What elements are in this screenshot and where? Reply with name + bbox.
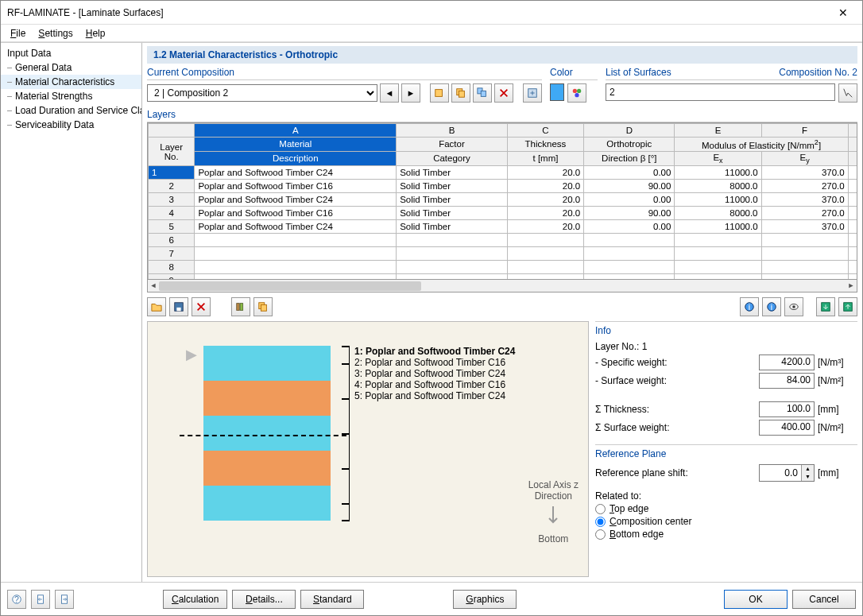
total-thickness-value: 100.0: [759, 401, 815, 417]
copy-composition-button[interactable]: [451, 83, 470, 103]
menu-help[interactable]: Help: [79, 26, 112, 41]
table-row[interactable]: 6: [149, 234, 858, 247]
export-excel-button[interactable]: [838, 297, 857, 316]
calculation-button[interactable]: Calculation: [163, 590, 227, 609]
layers-label: Layers: [147, 109, 857, 122]
table-row[interactable]: 2Poplar and Softwood Timber C16Solid Tim…: [149, 180, 858, 193]
radio-composition-center[interactable]: Composition center: [595, 516, 857, 527]
layer-preview: ▶: [147, 321, 589, 577]
svg-rect-10: [176, 308, 180, 311]
next-composition-button[interactable]: ►: [401, 83, 420, 103]
help-button[interactable]: ?: [7, 590, 26, 609]
preview-label: 1: Poplar and Softwood Timber C24: [354, 346, 515, 357]
svg-rect-11: [237, 304, 240, 311]
svg-point-20: [792, 305, 795, 308]
app-window: RF-LAMINATE - [Laminate Surfaces] ✕ File…: [0, 0, 863, 616]
down-arrow-icon: [548, 505, 559, 529]
menu-file[interactable]: File: [4, 26, 32, 41]
reference-shift-stepper[interactable]: ▲▼: [759, 464, 815, 482]
delete-composition-button[interactable]: [494, 83, 513, 103]
table-row[interactable]: 7: [149, 247, 858, 261]
surface-weight-value: 84.00: [759, 373, 815, 389]
svg-point-6: [573, 89, 577, 93]
svg-text:i: i: [749, 302, 750, 312]
copy-all-button[interactable]: [473, 83, 492, 103]
details-button[interactable]: Details...: [232, 590, 296, 609]
prev-page-button[interactable]: [31, 590, 50, 609]
radio-bottom-edge[interactable]: Bottom edge: [595, 529, 857, 540]
save-button[interactable]: [169, 297, 188, 316]
preview-label: 5: Poplar and Softwood Timber C24: [354, 390, 515, 401]
sidebar-item-general-data[interactable]: General Data: [1, 60, 141, 75]
next-page-button[interactable]: [55, 590, 74, 609]
menu-settings[interactable]: Settings: [32, 26, 79, 41]
menubar: File Settings Help: [1, 25, 862, 42]
view-button[interactable]: [784, 297, 803, 316]
specific-weight-value: 4200.0: [759, 354, 815, 370]
color-label: Color: [550, 67, 598, 80]
sidebar-item-material-strengths[interactable]: Material Strengths: [1, 89, 141, 103]
ok-button[interactable]: OK: [724, 590, 788, 609]
import-excel-button[interactable]: [816, 297, 835, 316]
grid-hscrollbar[interactable]: ◄ ►: [147, 280, 857, 293]
pick-surfaces-button[interactable]: [838, 83, 857, 103]
sidebar: Input Data General DataMaterial Characte…: [1, 43, 142, 582]
table-row[interactable]: 5Poplar and Softwood Timber C24Solid Tim…: [149, 220, 858, 234]
svg-rect-4: [481, 91, 486, 96]
library-button[interactable]: [231, 297, 250, 316]
new-composition-button[interactable]: [430, 83, 449, 103]
table-row[interactable]: 1Poplar and Softwood Timber C24Solid Tim…: [149, 166, 858, 180]
window-title: RF-LAMINATE - [Laminate Surfaces]: [7, 7, 830, 18]
table-row[interactable]: 8: [149, 261, 858, 274]
page-title: 1.2 Material Characteristics - Orthotrop…: [147, 46, 857, 64]
open-library-button[interactable]: [147, 297, 166, 316]
cancel-button[interactable]: Cancel: [792, 590, 856, 609]
surfaces-input[interactable]: [606, 83, 835, 101]
titlebar: RF-LAMINATE - [Laminate Surfaces] ✕: [1, 1, 862, 25]
tree-root[interactable]: Input Data: [1, 46, 141, 60]
svg-rect-14: [261, 304, 266, 311]
composition-no-label: Composition No. 2: [779, 67, 857, 78]
layer-bar-4: [203, 451, 331, 486]
svg-rect-12: [240, 304, 243, 311]
preview-label: 3: Poplar and Softwood Timber C24: [354, 368, 515, 379]
total-surface-weight-value: 400.00: [759, 420, 815, 436]
footer: ? Calculation Details... Standard Graphi…: [1, 582, 862, 615]
preview-label: 2: Poplar and Softwood Timber C16: [354, 357, 515, 368]
layer-bracket: [332, 346, 350, 521]
preview-label: 4: Poplar and Softwood Timber C16: [354, 379, 515, 390]
standard-button[interactable]: Standard: [300, 590, 364, 609]
info-button-1[interactable]: i: [740, 297, 759, 316]
color-swatch[interactable]: [550, 83, 564, 101]
sidebar-item-load-duration-and-service-class[interactable]: Load Duration and Service Class: [1, 103, 141, 118]
table-row[interactable]: 9: [149, 274, 858, 280]
graphics-button[interactable]: Graphics: [453, 590, 517, 609]
main-panel: 1.2 Material Characteristics - Orthotrop…: [142, 43, 862, 582]
layer-bar-1: [203, 346, 331, 381]
svg-point-8: [575, 93, 579, 97]
sidebar-item-serviceability-data[interactable]: Serviceability Data: [1, 118, 141, 132]
layers-grid[interactable]: ABCDEFGHLayerNo.MaterialFactorThicknessO…: [147, 122, 857, 280]
layer-bar-2: [203, 381, 331, 416]
info-button-2[interactable]: i: [762, 297, 781, 316]
reference-plane-panel: Reference Plane Reference plane shift: ▲…: [595, 444, 857, 541]
body: Input Data General DataMaterial Characte…: [1, 42, 862, 582]
color-picker-button[interactable]: [567, 83, 586, 103]
layer-bar-3: [203, 416, 331, 451]
close-icon[interactable]: ✕: [830, 3, 856, 22]
grid-toolbar: i i: [147, 297, 857, 316]
table-row[interactable]: 4Poplar and Softwood Timber C16Solid Tim…: [149, 207, 858, 220]
sidebar-item-material-characteristics[interactable]: Material Characteristics: [1, 75, 141, 89]
composition-label: Current Composition: [147, 67, 542, 80]
export-composition-button[interactable]: [523, 83, 542, 103]
center-line: [180, 435, 346, 436]
svg-point-7: [577, 89, 581, 93]
table-row[interactable]: 3Poplar and Softwood Timber C24Solid Tim…: [149, 193, 858, 207]
prev-composition-button[interactable]: ◄: [380, 83, 399, 103]
composition-select[interactable]: 2 | Composition 2: [147, 84, 377, 102]
layers-copy-button[interactable]: [253, 297, 273, 316]
svg-rect-0: [435, 90, 443, 97]
svg-text:?: ?: [14, 594, 19, 603]
radio-top-edge[interactable]: Top edge: [595, 503, 857, 514]
delete-row-button[interactable]: [192, 297, 211, 316]
